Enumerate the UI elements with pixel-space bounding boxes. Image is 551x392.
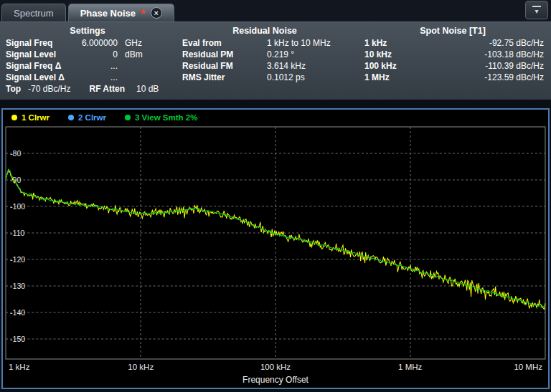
phase-noise-diagram: 1 Clrwr 2 Clrwr 3 View Smth 2% -80-90-10… (1, 108, 550, 389)
top-value: -70 dBc/Hz (28, 83, 70, 95)
toolbar-toggle-button[interactable]: ▾ (525, 1, 548, 19)
rf-atten-value: 10 dB (136, 83, 159, 95)
tab-bar: Spectrum Phase Noise * × ▾ (0, 0, 551, 21)
measurement-header: Settings Signal Freq 6.000000 GHz Signal… (0, 21, 551, 100)
legend-item-label: 3 View Smth 2% (135, 113, 197, 122)
field-value: -110.39 dBc/Hz (433, 60, 544, 72)
top-label: Top (6, 83, 21, 95)
field-label: Residual FM (182, 60, 267, 72)
residual-noise-title: Residual Noise (175, 24, 354, 37)
spot-noise-section: Spot Noise [T1] 1 kHz -92.75 dBc/Hz 10 k… (354, 24, 551, 95)
field-value: ... (75, 72, 118, 83)
spot-noise-row: 1 kHz -92.75 dBc/Hz (354, 37, 551, 49)
tab-phase-noise[interactable]: Phase Noise * × (68, 4, 174, 21)
field-label: 10 kHz (364, 49, 433, 60)
field-value: 0.219 ° (267, 49, 354, 60)
settings-title: Settings (0, 24, 175, 37)
field-label: Residual PM (182, 49, 267, 60)
signal-freq-delta-field[interactable]: Signal Freq Δ ... (0, 60, 175, 72)
svg-text:-140: -140 (10, 308, 25, 317)
field-value: 6.000000 (75, 37, 118, 49)
field-label: 1 kHz (364, 37, 433, 49)
measurement-running-icon: * (141, 11, 146, 18)
field-value: 0.1012 ps (267, 72, 354, 83)
field-value: ... (75, 60, 118, 72)
field-label: Signal Level (6, 49, 75, 60)
field-label: Signal Freq (6, 37, 75, 49)
field-label: RMS Jitter (182, 72, 267, 83)
legend-item[interactable]: 3 View Smth 2% (125, 113, 197, 122)
field-value: 3.614 kHz (267, 60, 354, 72)
signal-level-field[interactable]: Signal Level 0 dBm (0, 49, 175, 60)
svg-text:-150: -150 (10, 335, 25, 343)
residual-fm-row: Residual FM 3.614 kHz (175, 60, 354, 72)
field-label: Signal Freq Δ (6, 60, 75, 72)
field-unit: dBm (118, 49, 175, 60)
close-tab-icon[interactable]: × (151, 7, 162, 19)
x-tick-label: 1 kHz (9, 363, 29, 371)
tab-phase-noise-label: Phase Noise (80, 8, 136, 19)
x-tick-label: 100 kHz (260, 363, 291, 371)
analyzer-window: Spectrum Phase Noise * × ▾ Settings Sign… (0, 0, 551, 392)
field-label: Eval from (182, 37, 267, 49)
tab-spectrum[interactable]: Spectrum (1, 4, 66, 21)
legend-item[interactable]: 2 Clrwr (68, 113, 106, 122)
legend-item-label: 1 Clrwr (22, 113, 50, 122)
legend-item-label: 2 Clrwr (78, 113, 106, 122)
trace-legend: 1 Clrwr 2 Clrwr 3 View Smth 2% (3, 110, 548, 125)
field-label: 1 MHz (364, 72, 433, 83)
field-unit (118, 72, 175, 83)
field-unit: GHz (118, 37, 175, 49)
svg-text:-80: -80 (10, 149, 21, 158)
spot-noise-row: 10 kHz -103.18 dBc/Hz (354, 49, 551, 60)
svg-text:-110: -110 (10, 229, 25, 237)
svg-text:-100: -100 (10, 202, 25, 211)
trace1-dot-icon (11, 115, 17, 120)
field-value: -123.59 dBc/Hz (433, 72, 544, 83)
x-axis-title: Frequency Offset (3, 374, 548, 388)
tab-spectrum-label: Spectrum (14, 8, 54, 19)
legend-item[interactable]: 1 Clrwr (11, 113, 50, 122)
x-tick-label: 10 kHz (128, 363, 154, 371)
field-value: -92.75 dBc/Hz (433, 37, 544, 49)
trace3-dot-icon (125, 115, 131, 120)
top-level-atten-row[interactable]: Top -70 dBc/Hz RF Atten 10 dB (0, 83, 175, 95)
residual-noise-section: Residual Noise Eval from 1 kHz to 10 MHz… (175, 24, 354, 95)
spot-noise-row: 1 MHz -123.59 dBc/Hz (354, 72, 551, 83)
field-unit (118, 60, 175, 72)
chevron-down-icon: ▾ (534, 8, 538, 14)
x-tick-label: 10 MHz (514, 363, 542, 371)
x-axis-tick-labels: 1 kHz 10 kHz 100 kHz 1 MHz 10 MHz (3, 362, 548, 374)
signal-level-delta-field[interactable]: Signal Level Δ ... (0, 72, 175, 83)
field-value: -103.18 dBc/Hz (433, 49, 544, 60)
trace2-dot-icon (68, 115, 74, 120)
x-tick-label: 1 MHz (398, 363, 422, 371)
phase-noise-plot[interactable]: -80-90-100-110-120-130-140-150 (3, 125, 548, 362)
signal-freq-field[interactable]: Signal Freq 6.000000 GHz (0, 37, 175, 49)
settings-section: Settings Signal Freq 6.000000 GHz Signal… (0, 24, 175, 95)
field-label: 100 kHz (364, 60, 433, 72)
rms-jitter-row: RMS Jitter 0.1012 ps (175, 72, 354, 83)
field-value: 1 kHz to 10 MHz (267, 37, 354, 49)
svg-text:-120: -120 (10, 255, 25, 264)
rf-atten-label: RF Atten (89, 83, 125, 95)
spot-noise-row: 100 kHz -110.39 dBc/Hz (354, 60, 551, 72)
eval-from-row: Eval from 1 kHz to 10 MHz (175, 37, 354, 49)
svg-text:-130: -130 (10, 282, 25, 290)
residual-pm-row: Residual PM 0.219 ° (175, 49, 354, 60)
spot-noise-title: Spot Noise [T1] (354, 24, 551, 37)
field-value: 0 (75, 49, 118, 60)
field-label: Signal Level Δ (6, 72, 75, 83)
